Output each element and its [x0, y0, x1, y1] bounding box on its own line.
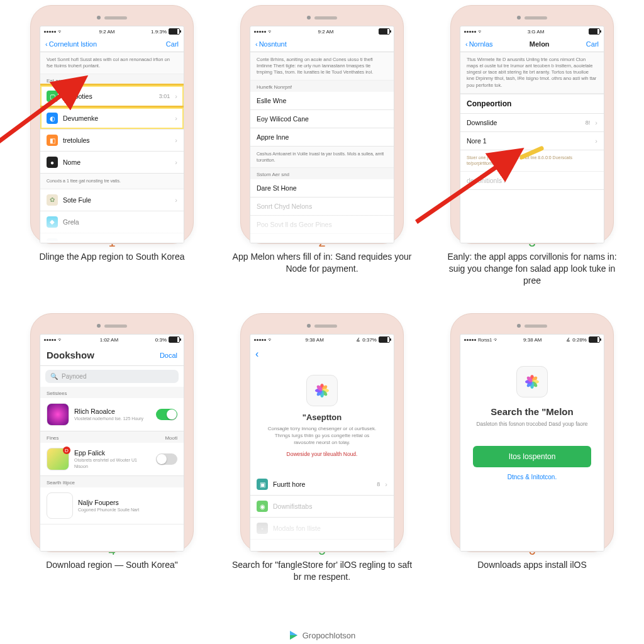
phone-frame: Rorss1 ᯤ 9:38 AM ∡ 0:28% Search the "Mel… [450, 313, 614, 552]
screen-1: ᯤ 9:2 AM 1.9:3% ‹ Cornelunt lstion Carl … [40, 26, 184, 243]
app-icon [47, 492, 73, 519]
footer-brand: Gropochlotson [0, 630, 644, 640]
screen-3: ᯤ 3:G AM ‹ Nornlas Melon Carl Ttus Wirme… [460, 26, 604, 243]
back-button[interactable]: ‹ Cornelunt lstion [45, 40, 97, 48]
list-row[interactable]: ✿Sote Fule› [40, 189, 184, 211]
card-title: "Aseptton [303, 413, 342, 422]
note-text: Stoer one premting Eron A Mnot tne 8.6.0… [460, 150, 604, 172]
status-bar: ᯤ 9:2 AM [250, 26, 394, 36]
back-button[interactable]: ‹ Nosntunt [255, 40, 287, 48]
intro-text: Ttus Wirmete Ite D anusnits Unling trte … [460, 52, 604, 94]
back-button[interactable]: ‹ Nornlas [465, 40, 493, 48]
section-header: FinesMootl [40, 431, 184, 443]
step-2: ᯤ 9:2 AM ‹ Nosntunt Conte Brhins, aoniti… [223, 5, 421, 307]
list-row[interactable]: ◐Devumenke› [40, 108, 184, 130]
header-action[interactable]: Docal [160, 352, 177, 359]
list-row[interactable]: Rlich RaoalceViostetat noderhond tse. 12… [40, 398, 184, 431]
list-row[interactable]: Dare St Hone [250, 179, 394, 197]
nav-bar: ‹ Cornelunt lstion Carl [40, 36, 184, 52]
app-icon [47, 403, 69, 426]
list-row[interactable]: Eslle Wne [250, 92, 394, 110]
status-bar: ᯤ 9:38 AM ∡ 0:37% [250, 335, 394, 345]
screen-5: ᯤ 9:38 AM ∡ 0:37% ‹ "Aseptton Consagle t… [250, 334, 394, 552]
screen-2: ᯤ 9:2 AM ‹ Nosntunt Conte Brhins, aoniti… [250, 26, 394, 243]
nav-title: Melon [530, 40, 550, 48]
step-3: ᯤ 3:G AM ‹ Nornlas Melon Carl Ttus Wirme… [433, 5, 631, 307]
note-text: Cashus Amtoanet in Voiile Iruasl ta yar … [250, 147, 394, 168]
back-button[interactable]: ‹ [255, 348, 258, 360]
phone-frame: ᯤ 9:2 AM ‹ Nosntunt Conte Brhins, aoniti… [240, 5, 404, 244]
list-row[interactable]: ▤Poonls Rspon Ponnge [40, 233, 184, 243]
step-1: ᯤ 9:2 AM 1.9:3% ‹ Cornelunt lstion Carl … [13, 5, 211, 307]
section-header: Setislees [40, 387, 184, 398]
status-bar: ᯤ 9:2 AM 1.9:3% [40, 26, 184, 36]
section-header: Sstom Aer snd [250, 168, 394, 179]
page-header: Dookshow Docal [40, 345, 184, 366]
phone-frame: ᯤ 9:38 AM ∡ 0:37% ‹ "Aseptton Consagle t… [240, 313, 404, 552]
status-bar: ᯤ 1:02 AM 0:3% [40, 335, 184, 345]
list-row[interactable]: ▢Shoooties3:01› [40, 86, 184, 108]
search-field[interactable]: 🔍 Paynoed [45, 370, 179, 383]
steps-grid: ᯤ 9:2 AM 1.9:3% ‹ Cornelunt lstion Carl … [0, 0, 644, 615]
list-row[interactable]: ◦Modals fon Iliste [250, 518, 394, 540]
section-title: Conpeortion [467, 99, 597, 108]
primary-button[interactable]: Itos lospenton [473, 446, 591, 467]
nav-action[interactable]: Carl [166, 40, 179, 48]
list-row[interactable]: ◆Grela [40, 211, 184, 233]
nav-bar: ‹ [250, 345, 394, 364]
card-body: Consagle tcrry innong chesenger or ot ou… [264, 426, 380, 446]
list-row[interactable]: Poo Sovt ll ds Geor Pines [250, 216, 394, 234]
list-row[interactable]: Downslide8!› [460, 114, 604, 132]
play-icon [289, 630, 299, 640]
toggle-switch[interactable] [156, 453, 177, 465]
step-caption: Dlinge the App region to South Korea [39, 251, 184, 263]
list-row[interactable]: ◧tretolules› [40, 130, 184, 152]
info-card: Search the "Melon Dasleton this fosnon t… [460, 345, 604, 440]
intro-text: Conte Brhins, aoniting on acole and Cone… [250, 52, 394, 80]
step-caption: Downloads apps install ilOS [477, 559, 587, 571]
list-row[interactable]: Appre Inne [250, 128, 394, 147]
step-caption: Search for "fangleStore for' ilOS reglin… [231, 559, 413, 583]
step-caption: App Melon whers fill of in: Sand requide… [231, 251, 413, 275]
list-row[interactable]: Nore 1› [460, 132, 604, 150]
nav-bar: ‹ Nornlas Melon Carl [460, 36, 604, 52]
step-caption: Download region — South Korea" [46, 559, 178, 571]
card-warning: Doweside your tileualth Noud. [287, 451, 358, 457]
nav-action[interactable]: Carl [586, 40, 599, 48]
section-header: Eat asp telonts [40, 74, 184, 86]
status-bar: ᯤ 3:G AM [460, 26, 604, 36]
app-icon: D [47, 448, 69, 470]
intro-text: Voet Sonnt hofl Susst ates with col aon … [40, 52, 184, 74]
list-row[interactable]: ▣Fuurtt hore8› [250, 474, 394, 496]
list-row[interactable]: deponitionls l [460, 172, 604, 190]
flower-icon [516, 366, 548, 397]
list-row[interactable]: ●Nome› [40, 152, 184, 174]
note-text: Conods a 1 ttee gat nonsting tre vatis. [40, 174, 184, 189]
step-caption: Eanly: the appl apps corvillonis for nam… [441, 251, 623, 287]
card-body: Dasleton this fosnon trocobed Dasd youp … [476, 421, 587, 428]
nav-bar: ‹ Nosntunt [250, 36, 394, 52]
list-row[interactable]: Sonrt Chyd Nelons [250, 197, 394, 216]
section-header: Searth Itipce [40, 476, 184, 487]
toggle-switch[interactable] [156, 409, 177, 420]
step-6: Rorss1 ᯤ 9:38 AM ∡ 0:28% Search the "Mel… [433, 313, 631, 615]
flower-icon [306, 375, 338, 406]
phone-frame: ᯤ 3:G AM ‹ Nornlas Melon Carl Ttus Wirme… [450, 5, 614, 244]
status-bar: Rorss1 ᯤ 9:38 AM ∡ 0:28% [460, 335, 604, 345]
phone-frame: ᯤ 1:02 AM 0:3% Dookshow Docal 🔍 Paynoed … [30, 313, 194, 552]
list-row[interactable]: Naljv FoupersCogoned Phunorde Soulle Nar… [40, 487, 184, 525]
screen-4: ᯤ 1:02 AM 0:3% Dookshow Docal 🔍 Paynoed … [40, 334, 184, 552]
screen-6: Rorss1 ᯤ 9:38 AM ∡ 0:28% Search the "Mel… [460, 334, 604, 552]
section-header: Hunefk Nonrpnf [250, 80, 394, 92]
list-row[interactable]: Eoy Wilicod Cane [250, 110, 394, 128]
list-row[interactable]: D Epp FalickOtoisrets enshrtel od Wooter… [40, 443, 184, 476]
secondary-link[interactable]: Dtncs & Initotcon. [460, 474, 604, 480]
step-4: ᯤ 1:02 AM 0:3% Dookshow Docal 🔍 Paynoed … [13, 313, 211, 615]
phone-frame: ᯤ 9:2 AM 1.9:3% ‹ Cornelunt lstion Carl … [30, 5, 194, 244]
info-card: "Aseptton Consagle tcrry innong chesenge… [250, 364, 394, 469]
step-5: ᯤ 9:38 AM ∡ 0:37% ‹ "Aseptton Consagle t… [223, 313, 421, 615]
card-title: Search the "Melon [491, 406, 573, 417]
list-row[interactable]: ◉Downifisttabs [250, 496, 394, 518]
